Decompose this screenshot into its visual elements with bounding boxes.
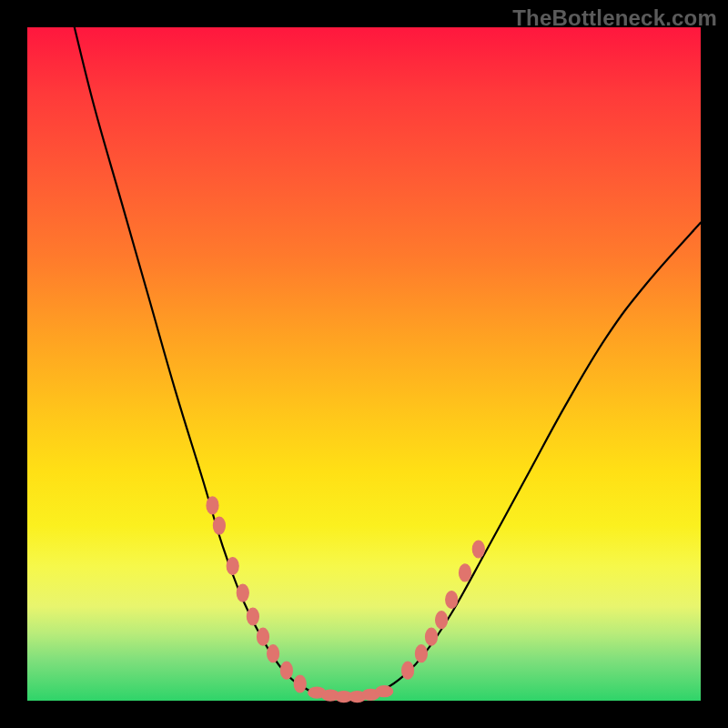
- chart-svg: [27, 27, 701, 701]
- marker-left: [247, 608, 258, 625]
- chart-frame: TheBottleneck.com: [0, 0, 728, 728]
- marker-right: [402, 662, 414, 679]
- marker-right: [426, 628, 438, 645]
- marker-left: [237, 584, 248, 602]
- marker-left: [294, 675, 306, 693]
- marker-left: [207, 497, 218, 514]
- marker-group: [207, 497, 484, 703]
- marker-left: [227, 558, 238, 575]
- watermark-text: TheBottleneck.com: [512, 5, 717, 31]
- marker-right: [472, 541, 484, 558]
- marker-left: [268, 645, 279, 662]
- marker-right: [446, 592, 458, 609]
- marker-left: [280, 662, 292, 679]
- marker-left: [213, 517, 225, 534]
- plot-area: [27, 27, 701, 701]
- marker-bottom: [376, 686, 393, 697]
- marker-right: [415, 645, 427, 662]
- bottleneck-curve: [75, 27, 701, 697]
- marker-left: [258, 628, 269, 645]
- marker-right: [460, 564, 471, 581]
- marker-right: [436, 612, 448, 629]
